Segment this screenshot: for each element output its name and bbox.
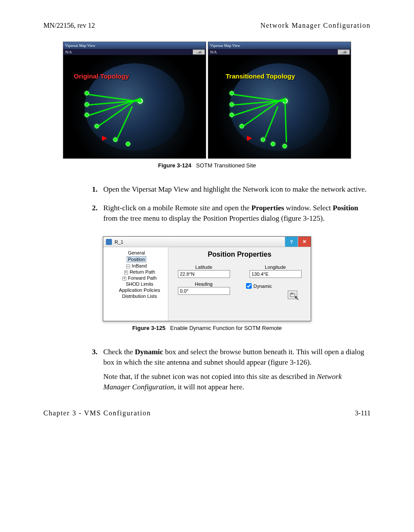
tree-item-shod-limits[interactable]: SHOD Limits <box>105 281 166 287</box>
tree-item-return-path[interactable]: +Return Path <box>105 269 166 275</box>
window-titlebar: Vipersat Map View <box>63 42 206 49</box>
properties-tree[interactable]: General Position −InBand +Return Path +F… <box>103 247 168 321</box>
satellite-bar: N/A ...ab <box>63 49 206 55</box>
transition-arrow-icon <box>102 136 107 141</box>
window-title: Vipersat Map View <box>65 43 95 48</box>
procedure-list: 1. Open the Vipersat Map View and highli… <box>92 184 371 223</box>
chapter-label: Chapter 3 - VMS Configuration <box>43 409 151 417</box>
tree-item-inband[interactable]: −InBand <box>105 263 166 269</box>
window-title: Vipersat Map View <box>210 43 240 48</box>
map-canvas[interactable]: Original Topology <box>63 55 206 158</box>
heading-label: Heading <box>174 281 233 287</box>
dialog-titlebar[interactable]: R_1 ? ✕ <box>103 237 311 247</box>
browse-button[interactable]: ↖ <box>288 290 297 299</box>
remote-node[interactable] <box>283 144 287 148</box>
tree-item-application-policies[interactable]: Application Policies <box>105 287 166 293</box>
page-header: MN/22156, rev 12 Network Manager Configu… <box>43 22 371 29</box>
section-title: Network Manager Configuration <box>260 22 371 29</box>
figure-text: SOTM Transitioned Site <box>196 162 256 169</box>
properties-dialog: R_1 ? ✕ General Position −InBand +Return… <box>103 236 311 321</box>
dynamic-checkbox[interactable] <box>246 283 252 289</box>
window-titlebar: Vipersat Map View <box>208 42 351 49</box>
tree-item-distribution-lists[interactable]: Distribution Lists <box>105 293 166 299</box>
step-text: Check the Dynamic box and select the bro… <box>103 348 364 366</box>
figure-caption: Figure 3-125 Enable Dynamic Function for… <box>43 325 371 331</box>
sat-select-button[interactable]: ...ab <box>338 49 350 55</box>
help-button[interactable]: ? <box>285 237 298 247</box>
figure-label: Figure 3-124 <box>158 162 191 169</box>
na-label: N/A <box>65 50 72 54</box>
overlay-label-original: Original Topology <box>74 72 129 80</box>
collapse-icon[interactable]: − <box>126 264 130 268</box>
sat-select-button[interactable]: ...ab <box>193 49 205 55</box>
longitude-label: Longitude <box>246 264 305 270</box>
close-button[interactable]: ✕ <box>298 237 311 247</box>
step-3: 3. Check the Dynamic box and select the … <box>92 347 371 392</box>
map-window-original: Vipersat Map View N/A ...ab Original Top… <box>63 42 206 159</box>
heading-field[interactable] <box>178 287 230 295</box>
longitude-field[interactable] <box>250 270 302 278</box>
step-1: 1. Open the Vipersat Map View and highli… <box>92 184 371 194</box>
dynamic-label: Dynamic <box>253 284 272 289</box>
dialog-title: R_1 <box>115 239 123 245</box>
overlay-label-transitioned: Transitioned Topology <box>226 72 295 80</box>
step-2: 2. Right-click on a mobile Remote site a… <box>92 203 371 223</box>
expand-icon[interactable]: + <box>122 277 126 281</box>
latitude-field[interactable] <box>178 270 230 278</box>
doc-reference: MN/22156, rev 12 <box>43 22 95 29</box>
map-canvas[interactable]: Transitioned Topology <box>208 55 351 158</box>
cursor-icon: ↖ <box>294 294 299 301</box>
na-label: N/A <box>210 50 217 54</box>
figure-caption: Figure 3-124 SOTM Transitioned Site <box>43 162 371 169</box>
step-note: Note that, if the subnet icon was not co… <box>103 372 371 392</box>
figure-label: Figure 3-125 <box>132 325 166 331</box>
tree-item-forward-path[interactable]: +Forward Path <box>105 275 166 281</box>
page-footer: Chapter 3 - VMS Configuration 3-111 <box>43 409 371 417</box>
satellite-bar: N/A ...ab <box>208 49 351 55</box>
expand-icon[interactable]: + <box>124 271 128 274</box>
figure-3-125: R_1 ? ✕ General Position −InBand +Return… <box>43 236 371 331</box>
map-window-transitioned: Vipersat Map View N/A ...ab Transitioned… <box>208 42 351 159</box>
step-text: Open the Vipersat Map View and highlight… <box>103 185 367 193</box>
latitude-label: Latitude <box>174 264 233 270</box>
procedure-list-cont: 3. Check the Dynamic box and select the … <box>92 347 371 392</box>
transition-arrow-icon <box>247 136 252 141</box>
dialog-icon <box>106 239 112 245</box>
figure-3-124: Vipersat Map View N/A ...ab Original Top… <box>43 42 371 169</box>
position-properties-panel: Position Properties Latitude Longitude <box>168 247 311 321</box>
tree-item-position[interactable]: Position <box>105 256 166 263</box>
step-text: Right-click on a mobile Remote site and … <box>103 204 358 222</box>
page-number: 3-111 <box>355 409 371 417</box>
figure-text: Enable Dynamic Function for SOTM Remote <box>170 325 282 331</box>
panel-heading: Position Properties <box>174 251 305 258</box>
tree-item-general[interactable]: General <box>105 250 166 256</box>
